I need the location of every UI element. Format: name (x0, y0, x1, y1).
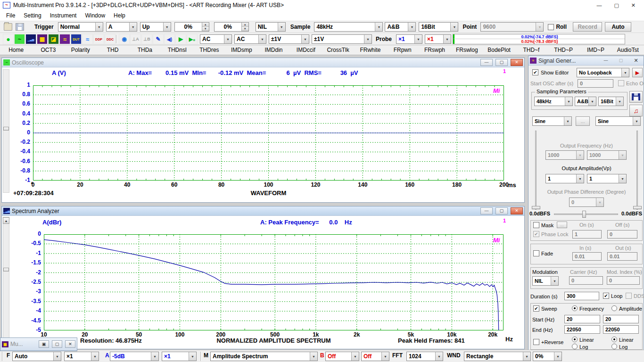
tab-imdccif[interactable]: IMDccif (290, 45, 322, 55)
generator-channels-select[interactable]: A&B▼ (575, 97, 596, 106)
play-icon[interactable]: ▶ (175, 34, 186, 44)
oscilloscope-maximize-button[interactable]: ▢ (495, 59, 508, 66)
b-mult-select[interactable]: Off▼ (361, 352, 389, 361)
trigger-delay-spinner[interactable]: 0% ▲▼ (214, 22, 249, 32)
oscilloscope-offset-scrollbar[interactable] (3, 69, 9, 193)
tab-thda[interactable]: THDa (129, 45, 161, 55)
oscilloscope-offset-thumb[interactable] (3, 127, 9, 131)
amplitude-a-select[interactable]: 1▼ (545, 174, 584, 183)
minimized-restore-button[interactable]: ▣ (39, 340, 49, 348)
tab-imd-p[interactable]: IMD~P (579, 45, 611, 55)
signal-generator-titlebar[interactable]: ≈ Signal Gener... — ▢ ✕ (528, 56, 644, 66)
sweep-amplitude-radio[interactable] (611, 305, 617, 311)
ddc-icon[interactable]: DDC (105, 34, 116, 44)
calibrate-b-icon[interactable]: ⊥B (141, 34, 152, 44)
dropdown-arrow-icon[interactable]: ▼ (576, 151, 584, 159)
spectrum-offset-scrollbar[interactable] (3, 217, 9, 343)
dropdown-arrow-icon[interactable]: ▼ (523, 352, 530, 361)
spectrum-3d-plot-icon[interactable]: ◪ (48, 34, 59, 44)
oscilloscope-minimize-button[interactable]: — (480, 59, 493, 66)
sweep-end-b-input[interactable]: 22050 (603, 325, 639, 334)
waveform-b-select[interactable]: Sine▼ (595, 116, 641, 126)
balance-slider-track[interactable] (554, 214, 618, 215)
loop-checkbox[interactable]: ✔ (603, 293, 609, 299)
minimized-window-titlebar[interactable]: ▦ Mu... ▣ ▢ ✕ (0, 338, 77, 351)
save-signal-button[interactable] (629, 91, 643, 103)
coupling-b-select[interactable]: AC▼ (234, 34, 266, 44)
dropdown-arrow-icon[interactable]: ▼ (163, 23, 171, 31)
dropdown-arrow-icon[interactable]: ▼ (408, 23, 415, 31)
probe-b-select[interactable]: ×1▼ (425, 34, 451, 44)
sweep-frequency-radio[interactable] (572, 305, 578, 311)
scale-b-linear-radio[interactable] (611, 337, 617, 342)
app-close-button[interactable]: ✕ (631, 2, 636, 8)
probe-calibration-icon[interactable]: ✎ (153, 34, 164, 44)
window-function-select[interactable]: Rectangle▼ (464, 352, 531, 361)
frequency-mult-select[interactable]: ×1▼ (64, 352, 99, 361)
coupling-a-select[interactable]: AC▼ (200, 34, 232, 44)
show-editor-checkbox[interactable]: ✔ (532, 69, 538, 75)
dropdown-arrow-icon[interactable]: ▼ (91, 352, 99, 361)
dropdown-arrow-icon[interactable]: ▼ (536, 23, 543, 31)
generator-play-button[interactable]: ▶ (632, 68, 643, 77)
sweep-checkbox[interactable]: ✔ (533, 305, 539, 312)
menu-setting[interactable]: Setting (19, 11, 45, 20)
menu-instrument[interactable]: Instrument (46, 11, 81, 20)
auto-button[interactable]: Auto (605, 22, 631, 32)
tab-polarity[interactable]: Polarity (65, 45, 97, 55)
trigger-mode-select[interactable]: Normal▼ (58, 22, 103, 32)
dropdown-arrow-icon[interactable]: ▼ (443, 35, 451, 43)
signal-generator-icon[interactable]: ≈ (59, 34, 70, 44)
dropdown-arrow-icon[interactable]: ▼ (129, 23, 137, 31)
range-a-select[interactable]: ±1V▼ (269, 34, 309, 44)
tab-bodeplot[interactable]: BodePlot (483, 45, 515, 55)
dropdown-arrow-icon[interactable]: ▼ (189, 352, 196, 361)
spectrum-analyzer-icon[interactable]: ▁▃▅ (25, 34, 36, 44)
tab-thdres[interactable]: THDres (193, 45, 225, 55)
dropdown-arrow-icon[interactable]: ▼ (258, 35, 266, 43)
menu-window[interactable]: Window (81, 11, 109, 20)
oscilloscope-close-button[interactable]: ✕ (511, 59, 523, 66)
tab-frwhite[interactable]: FRwhite (354, 45, 386, 55)
tab-frpwn[interactable]: FRpwn (387, 45, 419, 55)
siggen-close-button[interactable]: ✕ (630, 57, 642, 64)
tab-thdnsl[interactable]: THDnsl (161, 45, 193, 55)
derived-data-curve-icon[interactable]: ≈ (82, 34, 93, 44)
tab-frswlog[interactable]: FRswlog (451, 45, 483, 55)
waveform-a-select[interactable]: Sine▼ (532, 116, 572, 126)
siggen-minimize-button[interactable]: — (600, 57, 612, 64)
oscilloscope-icon[interactable]: ~ (14, 34, 25, 44)
dropdown-arrow-icon[interactable]: ▼ (95, 23, 103, 31)
spectrum-titlebar[interactable]: ▁▃▅ Spectrum Analyzer — ▢ ✕ (2, 206, 524, 216)
open-file-icon[interactable] (4, 23, 12, 31)
scale-a-linear-radio[interactable] (572, 337, 578, 342)
dropdown-arrow-icon[interactable]: ▼ (301, 35, 309, 43)
range-b-select[interactable]: ±1V▼ (312, 34, 372, 44)
dropdown-arrow-icon[interactable]: ▼ (554, 352, 561, 361)
generator-bits-select[interactable]: 16Bit▼ (598, 97, 624, 106)
dropdown-arrow-icon[interactable]: ▼ (364, 35, 372, 43)
multimeter-icon[interactable]: ▦ (37, 34, 48, 44)
dropdown-arrow-icon[interactable]: ▼ (619, 174, 626, 183)
app-maximize-button[interactable]: ▢ (614, 2, 619, 8)
modulation-type-select[interactable]: NIL▼ (532, 276, 559, 286)
dropdown-arrow-icon[interactable]: ▼ (435, 352, 443, 361)
spectrum-maximize-button[interactable]: ▢ (495, 207, 508, 214)
ddp-viewer-icon[interactable]: DDP (93, 34, 104, 44)
hpf-select[interactable]: NIL▼ (256, 22, 286, 32)
tab-thd-p[interactable]: THD~P (547, 45, 579, 55)
dropdown-arrow-icon[interactable]: ▼ (596, 198, 603, 206)
probe-a-select[interactable]: ×1▼ (396, 34, 422, 44)
sweep-start-b-input[interactable]: 20 (603, 315, 639, 323)
play-output-icon[interactable]: ▶₀ (187, 34, 198, 44)
dropdown-arrow-icon[interactable]: ▼ (633, 117, 640, 125)
bits-select[interactable]: 16Bit▼ (419, 22, 458, 32)
dropdown-arrow-icon[interactable]: ▼ (375, 23, 382, 31)
dropdown-arrow-icon[interactable]: ▼ (381, 352, 389, 361)
spectrum-close-button[interactable]: ✕ (511, 207, 523, 214)
amplitude-b-select[interactable]: 1▼ (587, 174, 627, 183)
a-mult-select[interactable]: ×1▼ (162, 352, 197, 361)
channels-select[interactable]: A&B▼ (385, 22, 416, 32)
dropdown-arrow-icon[interactable]: ▼ (351, 352, 359, 361)
run-icon[interactable]: ● (3, 34, 14, 44)
